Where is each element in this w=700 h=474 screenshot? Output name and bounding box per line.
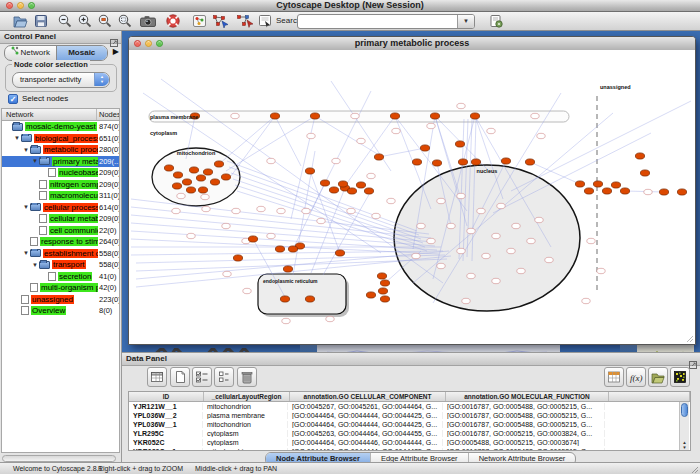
gene-node[interactable] <box>512 223 520 228</box>
table-row[interactable]: YPL036W__2plasma membrane[GO:0044464, GO… <box>129 411 690 420</box>
selected-gene-node[interactable] <box>501 158 510 164</box>
gene-node[interactable] <box>267 233 275 238</box>
unselect-all-attributes-button[interactable] <box>214 367 234 387</box>
zoom-in-icon[interactable] <box>77 13 93 29</box>
selected-gene-node[interactable] <box>186 187 195 193</box>
gene-node[interactable] <box>387 198 395 203</box>
annotation-icon[interactable] <box>257 13 273 29</box>
selected-gene-node[interactable] <box>164 165 173 171</box>
selected-gene-node[interactable] <box>471 159 480 165</box>
col-header-region[interactable]: _cellularLayoutRegion <box>204 392 290 401</box>
selected-gene-node[interactable] <box>432 160 441 166</box>
gene-node[interactable] <box>535 217 543 222</box>
select-nodes-checkbox[interactable]: ✓ <box>8 94 18 104</box>
tab-network[interactable]: Network <box>5 46 56 60</box>
selected-gene-node[interactable] <box>602 188 611 194</box>
gene-node[interactable] <box>231 113 239 118</box>
select-attributes-button[interactable] <box>147 367 167 387</box>
import-attributes-button[interactable] <box>648 367 668 387</box>
gene-node[interactable] <box>201 194 209 199</box>
tree-row[interactable]: response to stimulu264(0) <box>2 236 119 248</box>
gene-node[interactable] <box>447 223 455 228</box>
table-scrollbar[interactable]: ▲▼ <box>679 402 689 450</box>
gene-node[interactable] <box>437 198 445 203</box>
float-data-panel-icon[interactable] <box>689 355 697 363</box>
selected-gene-node[interactable] <box>390 113 399 119</box>
selected-gene-node[interactable] <box>640 170 649 176</box>
selected-gene-node[interactable] <box>659 189 668 195</box>
gene-node[interactable] <box>332 158 340 163</box>
table-row[interactable]: YKR052Ccytoplasm[GO:0044464, GO:0044446,… <box>129 438 690 447</box>
selected-gene-node[interactable] <box>635 153 644 159</box>
selected-gene-node[interactable] <box>288 246 297 252</box>
gene-node[interactable] <box>531 113 539 118</box>
gene-node[interactable] <box>277 208 285 213</box>
tree-row[interactable]: Overview8(0) <box>2 305 119 317</box>
network-view-window[interactable]: primary metabolic process plasma membran… <box>128 36 696 345</box>
help-lifesaver-icon[interactable] <box>165 13 181 29</box>
import-attributes-toolbar-icon[interactable] <box>488 13 504 29</box>
gene-node[interactable] <box>497 203 505 208</box>
tree-row[interactable]: ▼cellular process614(0) <box>2 202 119 214</box>
gene-node[interactable] <box>392 128 400 133</box>
selected-gene-node[interactable] <box>203 169 212 175</box>
snapshot-camera-icon[interactable] <box>139 13 155 29</box>
node-color-combobox[interactable]: transporter activity ▲▼ <box>12 72 110 88</box>
selected-gene-node[interactable] <box>470 113 479 119</box>
tree-row[interactable]: ▼biological_process651(0) <box>2 133 119 145</box>
expand-arrow-icon[interactable]: ▼ <box>31 158 39 164</box>
gene-node[interactable] <box>467 273 475 278</box>
selected-gene-node[interactable] <box>320 180 329 186</box>
gene-node[interactable] <box>351 113 359 118</box>
tree-row[interactable]: nucleobase-cont209(0) <box>2 167 119 179</box>
float-panel-icon[interactable] <box>110 33 118 41</box>
close-window-button[interactable] <box>6 2 13 9</box>
search-input[interactable] <box>299 15 455 28</box>
expand-arrow-icon[interactable]: ▼ <box>22 250 30 256</box>
tree-row[interactable]: ▼transport558(0) <box>2 259 119 271</box>
gene-node[interactable] <box>202 206 210 211</box>
tree-row[interactable]: ▼metabolic process280(0) <box>2 144 119 156</box>
function-builder-button[interactable]: f(x) <box>626 367 646 387</box>
selected-gene-node[interactable] <box>575 181 584 187</box>
expand-arrow-icon[interactable]: ▼ <box>31 262 39 268</box>
col-header-molecular-function[interactable]: annotation.GO MOLECULAR_FUNCTION <box>446 392 609 401</box>
tab-mosaic[interactable]: Mosaic <box>56 46 108 60</box>
selected-gene-node[interactable] <box>455 141 464 147</box>
scrollbar-arrows[interactable]: ▲▼ <box>680 440 689 450</box>
selected-gene-node[interactable] <box>270 113 279 119</box>
selected-gene-node[interactable] <box>584 188 593 194</box>
selected-gene-node[interactable] <box>374 154 383 160</box>
gene-node[interactable] <box>587 238 595 243</box>
col-header-id[interactable]: ID <box>129 392 204 401</box>
gene-node[interactable] <box>222 223 230 228</box>
gene-node[interactable] <box>507 248 515 253</box>
gene-node[interactable] <box>347 208 355 213</box>
gene-node[interactable] <box>537 133 545 138</box>
create-attribute-button[interactable] <box>170 367 190 387</box>
gene-node[interactable] <box>487 128 495 133</box>
selected-gene-node[interactable] <box>593 181 602 187</box>
gene-node[interactable] <box>492 233 500 238</box>
selected-gene-node[interactable] <box>620 188 629 194</box>
tree-row[interactable]: macromolecule311(0) <box>2 190 119 202</box>
window-resize-grip[interactable] <box>690 465 699 474</box>
gene-node[interactable] <box>545 257 553 262</box>
scrollbar-thumb[interactable] <box>681 403 688 417</box>
gene-node[interactable] <box>527 238 535 243</box>
gene-node[interactable] <box>177 193 185 198</box>
gene-node[interactable] <box>257 206 265 211</box>
selected-gene-node[interactable] <box>189 167 198 173</box>
minimize-window-button[interactable] <box>17 2 24 9</box>
selected-gene-node[interactable] <box>335 250 344 256</box>
gene-node[interactable] <box>457 193 465 198</box>
gene-node[interactable] <box>492 278 500 283</box>
network-canvas[interactable]: plasma membranecytoplasmmitochondrionnuc… <box>129 50 695 344</box>
gene-node[interactable] <box>644 189 652 194</box>
selected-gene-node[interactable] <box>310 113 319 119</box>
selected-gene-node[interactable] <box>380 296 389 302</box>
gene-node[interactable] <box>437 263 445 268</box>
zoom-window-button[interactable] <box>28 2 35 9</box>
gene-node[interactable] <box>457 103 465 108</box>
gene-node[interactable] <box>326 316 334 321</box>
